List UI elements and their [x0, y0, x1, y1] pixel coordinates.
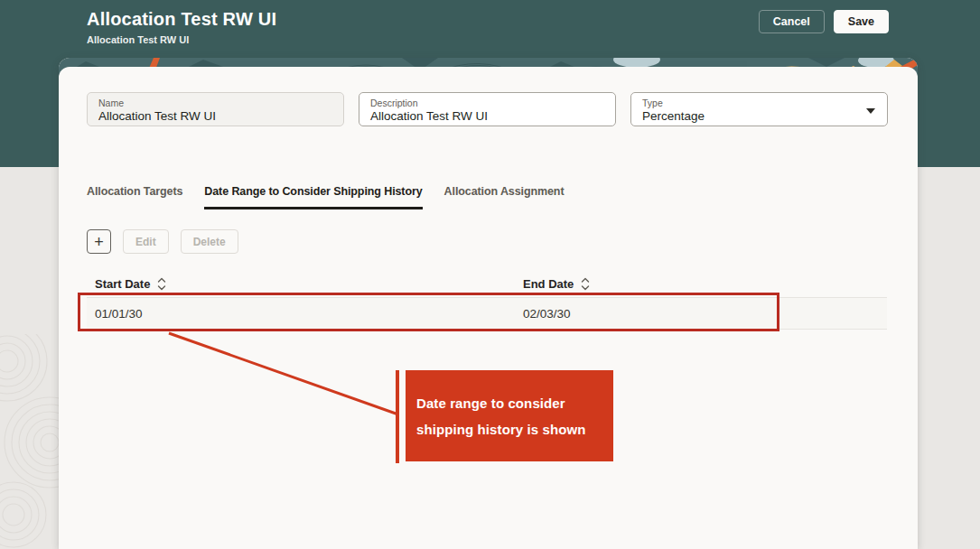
description-field-value: Allocation Test RW UI [370, 108, 604, 124]
tab-date-range-shipping-history[interactable]: Date Range to Consider Shipping History [204, 185, 422, 209]
column-header-start-date-label: Start Date [95, 277, 150, 291]
card-body: Name Allocation Test RW UI Description A… [59, 67, 918, 549]
column-header-end-date[interactable]: End Date [515, 277, 887, 291]
annotation-vertical-bar [396, 370, 399, 463]
dropdown-caret-icon [866, 108, 875, 114]
background-pattern [0, 334, 60, 549]
table-header-row: Start Date End Date [87, 271, 887, 298]
cell-start-date: 01/01/30 [87, 307, 515, 321]
main-card: Name Allocation Test RW UI Description A… [59, 58, 918, 549]
add-button[interactable]: + [87, 229, 111, 254]
column-header-end-date-label: End Date [523, 277, 574, 291]
cancel-button[interactable]: Cancel [759, 10, 825, 33]
name-field-value: Allocation Test RW UI [98, 108, 332, 124]
column-header-start-date[interactable]: Start Date [87, 277, 515, 291]
page-title: Allocation Test RW UI [87, 9, 276, 30]
annotation-text-line1: Date range to consider [416, 390, 613, 416]
table-toolbar: + Edit Delete [87, 229, 238, 254]
delete-button[interactable]: Delete [181, 229, 238, 254]
save-button[interactable]: Save [834, 10, 889, 33]
name-field[interactable]: Name Allocation Test RW UI [87, 92, 344, 126]
cell-end-date: 02/03/30 [515, 307, 887, 321]
tab-allocation-targets[interactable]: Allocation Targets [87, 185, 182, 209]
table-row[interactable]: 01/01/30 02/03/30 [87, 298, 887, 330]
tab-bar: Allocation Targets Date Range to Conside… [87, 185, 564, 209]
description-field[interactable]: Description Allocation Test RW UI [359, 92, 616, 126]
annotation-text-line2: shipping history is shown [416, 416, 613, 442]
edit-button[interactable]: Edit [123, 229, 169, 254]
name-field-label: Name [98, 98, 332, 108]
page: { "header": { "title": "Allocation Test … [0, 0, 980, 549]
header-actions: Cancel Save [759, 10, 889, 33]
annotation-callout-box: Date range to consider shipping history … [406, 370, 613, 461]
sort-icon[interactable] [581, 277, 590, 291]
date-range-table: Start Date End Date 01/01/30 02/03/30 [87, 271, 887, 330]
type-select[interactable]: Type Percentage [630, 92, 888, 126]
tab-allocation-assignment[interactable]: Allocation Assignment [444, 185, 565, 209]
sort-icon[interactable] [157, 277, 166, 291]
type-select-label: Type [642, 98, 876, 108]
page-subtitle: Allocation Test RW UI [87, 34, 189, 45]
form-fields: Name Allocation Test RW UI Description A… [87, 92, 888, 126]
description-field-label: Description [370, 98, 604, 108]
type-select-value: Percentage [642, 108, 876, 124]
